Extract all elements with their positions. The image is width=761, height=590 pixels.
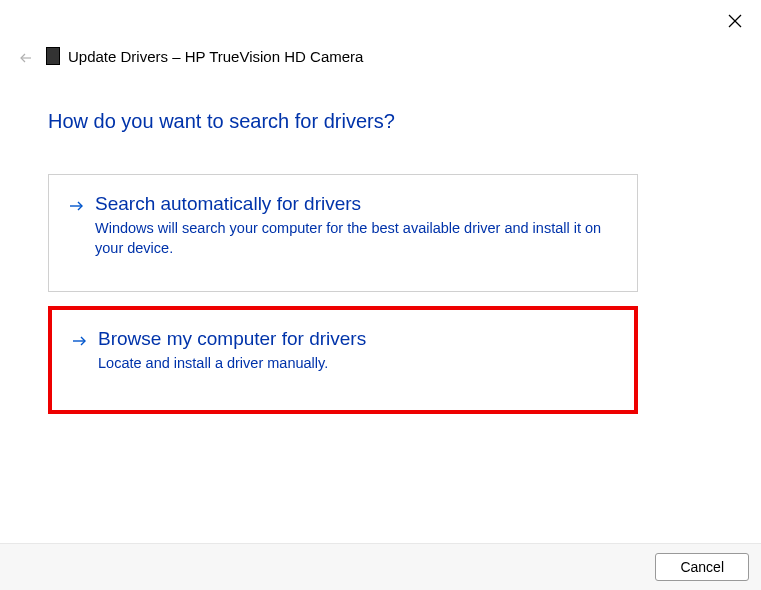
dialog-footer: Cancel: [0, 543, 761, 590]
option-browse-computer[interactable]: Browse my computer for drivers Locate an…: [48, 306, 638, 414]
option-description: Windows will search your computer for th…: [95, 219, 617, 258]
arrow-right-icon: [72, 333, 88, 349]
dialog-title: Update Drivers – HP TrueVision HD Camera: [68, 48, 363, 65]
close-icon: [728, 14, 742, 32]
option-title: Browse my computer for drivers: [98, 328, 614, 350]
cancel-button[interactable]: Cancel: [655, 553, 749, 581]
option-search-automatically[interactable]: Search automatically for drivers Windows…: [48, 174, 638, 292]
back-button[interactable]: [16, 50, 36, 70]
main-heading: How do you want to search for drivers?: [48, 110, 395, 133]
back-arrow-icon: [19, 51, 33, 69]
close-button[interactable]: [727, 15, 743, 31]
device-icon: [46, 47, 60, 65]
option-title: Search automatically for drivers: [95, 193, 617, 215]
arrow-right-icon: [69, 198, 85, 214]
option-description: Locate and install a driver manually.: [98, 354, 614, 374]
dialog-header: Update Drivers – HP TrueVision HD Camera: [46, 47, 363, 65]
